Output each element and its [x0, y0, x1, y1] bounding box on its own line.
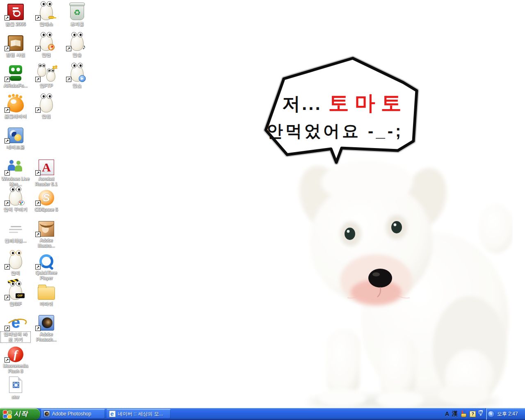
hide-icons-chevron[interactable]: ‹	[488, 411, 495, 418]
shortcut-arrow-icon: ↗	[5, 77, 10, 82]
desktop-icon-adobe-photoshop[interactable]: ↗ Adobe Photosh...	[32, 312, 61, 343]
desktop-icon-alsong[interactable]: ♪↗ 알송	[62, 32, 92, 58]
shortcut-arrow-icon: ↗	[35, 46, 41, 51]
desktop-icon-alshow[interactable]: ▶↗ 알쇼	[62, 63, 92, 89]
desktop-icon-acrobat-reader[interactable]: A↗ Acrobat Reader 5.1	[32, 156, 61, 187]
desktop-icon-algif[interactable]: GIF↗ 알GIF	[1, 281, 30, 307]
language-bar-restore[interactable]	[479, 411, 482, 417]
shortcut-arrow-icon: ↗	[35, 170, 41, 176]
shortcut-arrow-icon: ↗	[5, 46, 10, 51]
internet-explorer-icon: e	[109, 411, 116, 417]
speech-text-prefix: 저...	[282, 94, 322, 114]
cdspace-icon: S	[39, 190, 54, 205]
flash8-icon: f	[8, 347, 23, 362]
quicktime-icon	[39, 253, 54, 269]
desktop-icon-label: Adobe Photosh...	[32, 332, 61, 342]
desktop-icon-macromedia-flash8[interactable]: f↗ Macromedia Flash 8	[1, 343, 30, 374]
desktop-icon-alpass[interactable]: ↗ 알패스	[32, 1, 61, 27]
desktop-icon-label: 휴지통	[70, 22, 85, 27]
desktop-icon-alsee[interactable]: ↗ 알씨	[1, 250, 30, 276]
egg-key-icon	[40, 4, 53, 20]
taskbar: 시작 Adobe Photoshop e 네이버 :: 세상의 모... A 漢…	[0, 408, 525, 420]
desktop-icon-label: AlRoboFo...	[3, 83, 28, 89]
desktop-icon-label: 알송	[72, 52, 82, 58]
egg-gif-icon: GIF	[9, 283, 22, 300]
task-button-label: 네이버 :: 세상의 모...	[118, 411, 163, 418]
desktop: 저...토마토 안먹었어요 -_-; ↗ 한글 2005 ↗ 알패스 ♻ 휴지통…	[0, 0, 525, 408]
speech-bubble-text-line2: 안먹었어요 -_-;	[267, 120, 403, 142]
dictionary-book-icon	[8, 35, 23, 51]
desktop-icon-label: 네이트온	[6, 145, 25, 150]
puppy-wallpaper-image	[289, 157, 513, 408]
desktop-icon-label: 알쇼	[72, 83, 82, 89]
egg-zip-icon	[40, 96, 53, 112]
taskbar-clock[interactable]: 오후 2:47	[497, 411, 518, 418]
acrobat-reader-icon: A	[39, 160, 54, 175]
desktop-icon-calligraphy-sample[interactable]: 캘리체샘...	[1, 218, 30, 244]
green-robot-icon	[7, 64, 24, 82]
desktop-icon-nateon[interactable]: ↗ 네이트온	[1, 124, 30, 151]
shortcut-arrow-icon: ↗	[35, 107, 41, 113]
photoshop-icon	[39, 315, 54, 331]
desktop-icon-label: 까마귀	[39, 301, 54, 307]
desktop-icon-internet-shortcut[interactable]: e↗ 인터넷의 바로 가기	[1, 312, 30, 343]
shortcut-arrow-icon: ↗	[5, 264, 10, 269]
shortcut-arrow-icon: ↗	[5, 201, 10, 206]
desktop-icon-almap[interactable]: ↗ 알맵	[32, 32, 61, 58]
desktop-icon-label: 한컴 사전	[5, 52, 26, 58]
shortcut-arrow-icon: ↗	[5, 107, 10, 113]
desktop-icon-label: 알씨 꾸미기	[3, 207, 28, 212]
desktop-icon-alftp[interactable]: ⇄↗ 알FTP	[32, 63, 61, 89]
language-bar: A 漢 ?	[443, 408, 486, 420]
shortcut-arrow-icon: ↗	[35, 201, 41, 206]
shortcut-arrow-icon: ↗	[35, 264, 41, 269]
desktop-icon-alroboform[interactable]: ↗ AlRoboFo...	[1, 63, 30, 89]
desktop-icon-label: 알GIF	[9, 301, 22, 307]
photoshop-icon	[43, 411, 50, 417]
folder-icon	[38, 287, 55, 300]
shortcut-arrow-icon: ↗	[5, 295, 10, 300]
start-button[interactable]: 시작	[0, 408, 40, 420]
desktop-icon-label: Macromedia Flash 8	[1, 363, 30, 374]
illustrator-venus-icon	[39, 221, 54, 237]
system-tray: ‹ 오후 2:47	[486, 408, 525, 420]
desktop-icon-label: CDSpace 5	[34, 207, 59, 212]
speech-text-highlight: 토마토	[329, 91, 407, 114]
shortcut-arrow-icon: ↗	[5, 326, 10, 331]
taskbar-task-naver-browser[interactable]: e 네이버 :: 세상의 모...	[107, 409, 171, 419]
nateon-icon	[8, 128, 23, 143]
egg-alsee-icon	[9, 253, 22, 269]
egg-palette-icon	[9, 189, 22, 205]
desktop-icon-hangul-2005[interactable]: ↗ 한글 2005	[1, 1, 30, 27]
desktop-icon-windows-live-messenger[interactable]: ↗ Windows Live Mes...	[1, 156, 30, 187]
windows-logo-icon	[3, 411, 11, 418]
restore-window-icon	[479, 411, 482, 413]
desktop-icon-recycle-bin[interactable]: ♻ 휴지통	[62, 1, 92, 27]
desktop-icon-label: Acrobat Reader 5.1	[32, 176, 61, 187]
desktop-icon-hancom-dictionary[interactable]: ↗ 한컴 사전	[1, 32, 30, 58]
egg-music-note-icon: ♪	[71, 34, 84, 51]
desktop-icon-gom-player[interactable]: ↗ 곰플레이어	[1, 94, 30, 120]
desktop-icon-quicktime[interactable]: ↗ QuickTime Player	[32, 250, 61, 281]
shortcut-arrow-icon: ↗	[35, 77, 41, 82]
desktop-icon-label: 알FTP	[39, 83, 54, 89]
desktop-icon-label: 인터넷의 바로 가기	[1, 332, 30, 342]
start-button-label: 시작	[14, 410, 28, 418]
shortcut-arrow-icon: ↗	[35, 15, 41, 21]
desktop-icon-label: Windows Live Mes...	[1, 176, 30, 187]
desktop-icon-alzip[interactable]: ↗ 알집	[32, 94, 61, 120]
gom-player-blob-icon	[7, 97, 24, 112]
desktop-icon-alsee-decorate[interactable]: ↗ 알씨 꾸미기	[1, 187, 30, 213]
desktop-icon-label: QuickTime Player	[32, 270, 61, 281]
taskbar-task-photoshop[interactable]: Adobe Photoshop	[41, 409, 105, 419]
desktop-icon-folder-kkamagwi[interactable]: 까마귀	[32, 281, 61, 307]
ime-mode-indicator[interactable]: A	[445, 411, 449, 417]
internet-explorer-icon: e	[7, 314, 24, 331]
ime-pad-icon[interactable]	[461, 411, 467, 417]
ime-help-icon[interactable]: ?	[470, 411, 476, 417]
desktop-icon-adobe-illustrator[interactable]: ↗ Adobe Illustra...	[32, 218, 61, 249]
desktop-icon-cdspace[interactable]: S↗ CDSpace 5	[32, 187, 61, 213]
desktop-icon-star-file[interactable]: star	[1, 374, 30, 400]
ime-hanja-indicator[interactable]: 漢	[452, 410, 458, 418]
shortcut-arrow-icon: ↗	[66, 77, 71, 82]
